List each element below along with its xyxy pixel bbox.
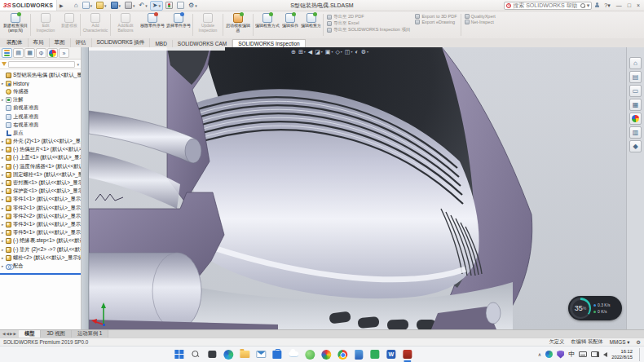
export-2d-pdf-button[interactable]: 导出至 2D PDF: [327, 14, 410, 20]
tree-item-front-plane[interactable]: 前视基准面: [0, 104, 81, 113]
solidworks-forum-icon[interactable]: ◆: [629, 140, 642, 152]
status-options-gear-icon[interactable]: ⚙: [636, 339, 641, 345]
featuremanager-tab[interactable]: [2, 48, 12, 58]
tray-shield-icon[interactable]: [557, 351, 564, 359]
select-balloons-button[interactable]: 选择零件序号: [165, 12, 192, 38]
panel-splitter[interactable]: [82, 47, 89, 329]
new-inspection-project-button[interactable]: 新建检查项目(amp;N): [2, 12, 29, 38]
dimxpertmanager-tab[interactable]: Φ: [36, 48, 46, 58]
select-tool-button[interactable]: ➤▾: [150, 1, 163, 11]
custom-properties-icon[interactable]: ▥: [629, 126, 642, 139]
tab-layout[interactable]: 布局: [29, 38, 50, 47]
launch-template-editor-button[interactable]: 启动模板编辑器: [224, 12, 252, 38]
display-style-icon[interactable]: ◇: [335, 49, 339, 55]
tab-scroll-last-icon[interactable]: ▶: [13, 332, 15, 336]
show-desktop-button[interactable]: [639, 348, 641, 361]
tree-item-component[interactable]: ▸(-) 垫片 (2)<2> ->? (默认<<默认>: [0, 245, 81, 254]
tree-item-component[interactable]: ▸螺栓<2> (默认<<默认>_显示状态: [0, 254, 81, 262]
search-icon[interactable]: [580, 3, 585, 8]
tab-evaluate[interactable]: 评估: [71, 38, 92, 47]
add-characteristic-button[interactable]: Add Characteristic: [82, 12, 109, 38]
view-settings-icon[interactable]: ⚙: [361, 49, 366, 55]
tree-item-mates[interactable]: ▸配合: [0, 262, 81, 270]
appearances-scenes-icon[interactable]: [629, 113, 642, 125]
login-account-icon[interactable]: [594, 2, 600, 8]
tree-root-assembly[interactable]: S型铠装热电偶 (默认<默认_显示状态-1: [0, 71, 81, 79]
design-library-icon[interactable]: ▤: [629, 71, 642, 83]
browser-green-app[interactable]: [304, 349, 315, 360]
help-button[interactable]: ?▾: [602, 2, 611, 9]
file-properties-button[interactable]: [175, 1, 186, 11]
menu-flyout-icon[interactable]: ▶: [57, 2, 66, 8]
propertymanager-tab[interactable]: ▤: [13, 48, 24, 58]
tray-edge-icon[interactable]: [545, 351, 553, 358]
tree-item-annotations[interactable]: ▸注解: [0, 96, 81, 104]
tab-addins[interactable]: SOLIDWORKS 插件: [92, 38, 151, 47]
tab-mbd[interactable]: MBD: [150, 40, 172, 47]
task-view-button[interactable]: [206, 349, 217, 360]
file-explorer-app[interactable]: [239, 349, 249, 360]
units-selector[interactable]: MMGS ▾: [610, 339, 630, 345]
close-button[interactable]: ×: [635, 2, 642, 8]
solidworks-resources-icon[interactable]: ⌂: [629, 57, 642, 69]
edit-inspection-methods-button[interactable]: 编辑检查方式: [254, 12, 280, 38]
solidworks-logo[interactable]: 3S SOLIDWORKS: [0, 0, 57, 11]
export-inspection-project-button[interactable]: 导出至 SOLIDWORKS Inspection 项目: [327, 27, 410, 33]
ime-indicator[interactable]: 中: [568, 350, 575, 359]
tab-solidworks-inspection[interactable]: SOLIDWORKS Inspection: [232, 39, 306, 47]
panel-overflow-chevron[interactable]: »: [59, 48, 69, 58]
section-view-icon[interactable]: ◪: [315, 49, 320, 55]
qualityxpert-button[interactable]: QualityXpert: [465, 14, 496, 19]
notes-app[interactable]: [369, 349, 380, 360]
browser-color-app[interactable]: [320, 349, 331, 360]
tree-item-component[interactable]: ▸零件5<1> (默认<<默认>_显示状态: [0, 229, 81, 237]
tree-item-component[interactable]: ▸零件3<1> (默认<<默认>_显示状态: [0, 220, 81, 228]
remove-balloons-button[interactable]: 移除零件序号: [139, 12, 165, 38]
tree-item-sensors[interactable]: 传感器: [0, 87, 81, 95]
home-button[interactable]: ⌂: [73, 1, 80, 11]
save-button[interactable]: ▾: [109, 1, 123, 11]
new-document-button[interactable]: ▾: [81, 1, 95, 11]
tab-motion-study[interactable]: 运动算例 1: [72, 330, 108, 338]
tree-item-component[interactable]: ▸(-) 温度传感器<1> (默认<<默认>_: [0, 162, 81, 170]
configurationmanager-tab[interactable]: ▦: [24, 48, 35, 58]
export-edrawing-button[interactable]: Export eDrawing: [415, 20, 457, 24]
tab-model[interactable]: 模型: [19, 330, 42, 338]
view-orientation-icon[interactable]: ▣: [325, 49, 331, 55]
rollback-bar[interactable]: [0, 273, 81, 275]
store-app[interactable]: [271, 349, 282, 360]
new-template-button[interactable]: 新建模板: [60, 12, 79, 38]
tree-item-component[interactable]: ▸(-) 绝缘表.step<1> (默认<<默认>: [0, 237, 81, 245]
tree-item-top-plane[interactable]: 上视基准面: [0, 113, 81, 121]
tree-item-component[interactable]: ▸外壳 (2)<1> (默认<<默认>_显示状: [0, 138, 81, 146]
filter-input[interactable]: [8, 61, 75, 68]
edit-appearance-icon[interactable]: ◐: [355, 49, 358, 55]
mail-app[interactable]: [255, 349, 266, 360]
update-inspection-project-button[interactable]: Update Inspection Project: [194, 12, 222, 38]
displaymanager-tab[interactable]: [47, 48, 58, 58]
file-explorer-icon[interactable]: ▭: [629, 85, 642, 97]
minimize-button[interactable]: —: [615, 2, 624, 8]
tree-item-history[interactable]: ▸History: [0, 79, 81, 87]
search-dropdown-icon[interactable]: ▾: [587, 2, 590, 9]
chrome-app[interactable]: [337, 349, 347, 360]
edit-inspectors-button[interactable]: 编辑检查方: [300, 12, 322, 38]
network-speed-ball[interactable]: 35 % 0.3 K/s 0 K/s: [568, 296, 622, 320]
tray-overflow-chevron[interactable]: ∧: [538, 351, 541, 357]
filter-dropdown-icon[interactable]: ▾: [77, 62, 79, 67]
tab-solidworks-cam[interactable]: SOLIDWORKS CAM: [173, 40, 232, 47]
tab-assembly[interactable]: 装配体: [2, 38, 29, 47]
tree-item-component[interactable]: ▸零件2<2> (默认<<默认>_显示状态: [0, 212, 81, 220]
tree-item-right-plane[interactable]: 右视基准面: [0, 121, 81, 129]
tab-scroll-next-icon[interactable]: ▶: [10, 332, 12, 336]
tree-item-component[interactable]: ▸零件1<1> (默认<<默认>_显示状态: [0, 196, 81, 204]
print-button[interactable]: ▾: [123, 1, 137, 11]
reader-app[interactable]: [353, 349, 364, 360]
export-3d-pdf-button[interactable]: Export to 3D PDF: [415, 14, 457, 19]
touch-keyboard-icon[interactable]: [579, 351, 587, 357]
tab-scroll-prev-icon[interactable]: ◀: [6, 332, 8, 336]
taskbar-search-button[interactable]: [190, 349, 201, 360]
options-button[interactable]: ⚙▾: [187, 1, 199, 11]
edit-inspection-project-button[interactable]: Edit Inspection Project: [32, 12, 60, 38]
export-excel-button[interactable]: 导出至 Excel: [327, 20, 410, 26]
